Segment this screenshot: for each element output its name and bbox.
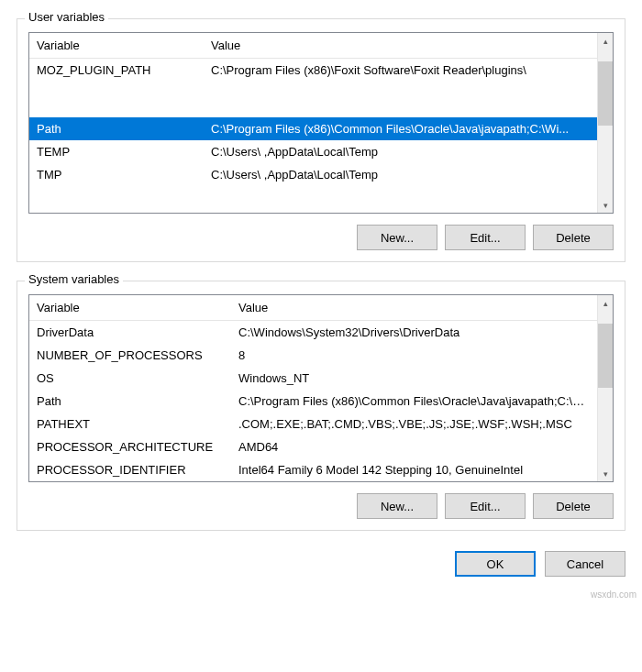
cell-value: AMD64 [231, 437, 597, 457]
cell-variable: TEMP [29, 142, 204, 161]
edit-button[interactable]: Edit... [445, 225, 526, 250]
cell-value: 8 [231, 346, 597, 365]
edit-button[interactable]: Edit... [445, 493, 526, 519]
cell-variable: DriverData [29, 323, 231, 342]
table-row[interactable]: NUMBER_OF_PROCESSORS 8 [29, 344, 597, 367]
cell-value: C:\Users\ ,AppData\Local\Temp [204, 165, 597, 184]
user-variables-table[interactable]: Variable Value MOZ_PLUGIN_PATH C:\Progra… [28, 32, 614, 214]
table-header: Variable Value [29, 295, 597, 321]
user-variables-group: User variables Variable Value MOZ_PLUGIN… [17, 18, 625, 262]
cell-variable: Path [29, 119, 204, 138]
cell-value: C:\Program Files (x86)\Common Files\Orac… [204, 119, 597, 138]
scroll-down-icon[interactable]: ▾ [598, 197, 613, 213]
spacer [29, 92, 597, 117]
new-button[interactable]: New... [357, 225, 437, 250]
scrollbar[interactable]: ▴ ▾ [597, 33, 613, 213]
table-row[interactable]: PATHEXT .COM;.EXE;.BAT;.CMD;.VBS;.VBE;.J… [29, 413, 597, 435]
table-row[interactable]: OS Windows_NT [29, 367, 597, 390]
table-row[interactable]: Path C:\Program Files (x86)\Common Files… [29, 390, 597, 413]
table-row[interactable]: PROCESSOR_IDENTIFIER Intel64 Family 6 Mo… [29, 458, 597, 481]
table-row[interactable]: TMP C:\Users\ ,AppData\Local\Temp [29, 163, 597, 186]
cell-variable: PROCESSOR_ARCHITECTURE [29, 437, 231, 457]
table-row[interactable]: MOZ_PLUGIN_PATH C:\Program Files (x86)\F… [29, 59, 597, 92]
table-row[interactable]: PROCESSOR_ARCHITECTURE AMD64 [29, 435, 597, 458]
column-header-variable[interactable]: Variable [29, 33, 204, 58]
scrollbar-thumb[interactable] [598, 61, 613, 126]
cell-variable: OS [29, 369, 231, 388]
scroll-up-icon[interactable]: ▴ [598, 33, 613, 49]
user-buttons: New... Edit... Delete [28, 225, 614, 250]
ok-button[interactable]: OK [455, 551, 536, 577]
cell-value: .COM;.EXE;.BAT;.CMD;.VBS;.VBE;.JS;.JSE;.… [231, 414, 597, 434]
cell-value: C:\Users\ ,AppData\Local\Temp [204, 142, 597, 161]
scroll-up-icon[interactable]: ▴ [598, 295, 613, 311]
scrollbar-thumb[interactable] [598, 324, 613, 388]
cell-variable: PROCESSOR_IDENTIFIER [29, 460, 231, 479]
cell-variable: NUMBER_OF_PROCESSORS [29, 346, 231, 365]
column-header-value[interactable]: Value [204, 33, 597, 58]
delete-button[interactable]: Delete [533, 493, 614, 519]
cell-value: Intel64 Family 6 Model 142 Stepping 10, … [231, 460, 597, 479]
cell-value: C:\Windows\System32\Drivers\DriverData [231, 323, 597, 342]
delete-button[interactable]: Delete [533, 225, 614, 250]
column-header-variable[interactable]: Variable [29, 295, 231, 320]
system-group-title: System variables [25, 272, 123, 286]
user-group-title: User variables [25, 10, 108, 24]
cell-variable: TMP [29, 165, 204, 184]
cell-value: C:\Program Files (x86)\Foxit Software\Fo… [204, 61, 597, 90]
scrollbar[interactable]: ▴ ▾ [597, 295, 613, 481]
system-variables-group: System variables Variable Value DriverDa… [17, 281, 625, 531]
new-button[interactable]: New... [357, 493, 437, 519]
cell-variable: PATHEXT [29, 414, 231, 434]
column-header-value[interactable]: Value [231, 295, 597, 320]
system-variables-table[interactable]: Variable Value DriverData C:\Windows\Sys… [28, 294, 614, 482]
table-row[interactable]: Path C:\Program Files (x86)\Common Files… [29, 117, 597, 140]
cell-variable: Path [29, 391, 231, 411]
watermark: wsxdn.com [0, 589, 642, 603]
cell-value: Windows_NT [231, 369, 597, 388]
table-row[interactable]: TEMP C:\Users\ ,AppData\Local\Temp [29, 140, 597, 163]
cancel-button[interactable]: Cancel [545, 551, 625, 577]
table-header: Variable Value [29, 33, 597, 59]
system-buttons: New... Edit... Delete [28, 493, 614, 519]
cell-value: C:\Program Files (x86)\Common Files\Orac… [231, 391, 597, 411]
dialog-footer: OK Cancel [17, 540, 625, 577]
scroll-down-icon[interactable]: ▾ [598, 466, 613, 481]
cell-variable: MOZ_PLUGIN_PATH [29, 61, 204, 90]
table-row[interactable]: DriverData C:\Windows\System32\Drivers\D… [29, 321, 597, 344]
